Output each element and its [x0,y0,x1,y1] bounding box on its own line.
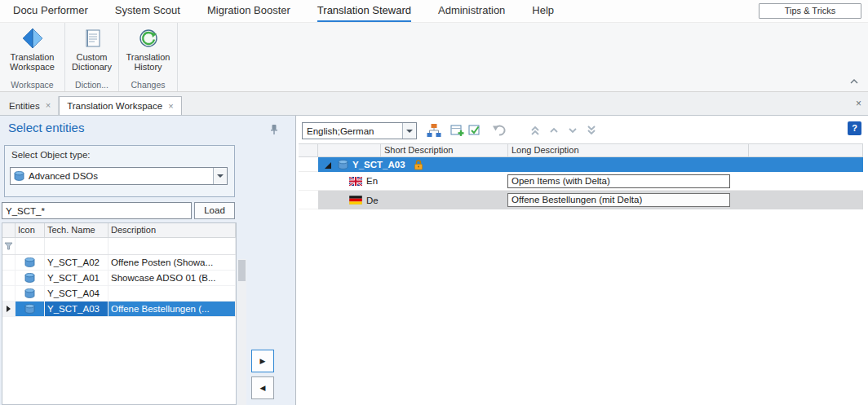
lock-icon [414,159,423,170]
chevron-down-icon [406,130,413,133]
row-gutter-cell [299,157,318,172]
tech-name-cell: Y_SCT_A02 [45,255,108,270]
scrollbar-thumb[interactable] [238,260,246,281]
apply-check-icon[interactable] [467,122,483,139]
filter-cell-icon[interactable] [16,238,45,254]
expand-collapse-icon[interactable] [324,161,332,169]
custom-dictionary-icon [67,25,117,51]
select-entities-panel: Select entities Select Object type: Adva… [0,116,296,405]
filter-icon [2,238,16,254]
tech-name-cell: Y_SCT_A01 [45,271,108,285]
object-type-groupbox: Select Object type: Advanced DSOs [4,145,235,197]
dropdown-caret[interactable] [213,168,227,184]
table-row[interactable]: Y_SCT_A01 Showcase ADSO 01 (B... [2,271,236,286]
translation-workspace-button[interactable]: Translation Workspace [2,25,63,77]
header-description[interactable]: Description [108,223,236,237]
chevron-up-icon [850,79,858,84]
language-code: En [366,176,378,186]
tree-root-selected-bar[interactable]: Y_SCT_A03 [318,157,863,172]
adso-icon [338,160,348,169]
ribbon-button-label: Custom Dictionary [67,52,117,72]
menu-item-help[interactable]: Help [532,0,554,22]
language-selector-value: English;German [307,126,402,136]
help-button[interactable]: ? [848,121,861,135]
header-tech-name[interactable]: Tech. Name [45,223,108,237]
translation-history-icon [121,25,175,51]
translation-text-editor[interactable]: Offene Bestellungen (mit Delta) [507,193,730,207]
move-left-button[interactable]: ◀ [251,376,274,399]
menu-bar: Docu Performer System Scout Migration Bo… [0,0,868,23]
header-blank-cell [318,144,381,156]
tab-translation-workspace[interactable]: Translation Workspace × [59,96,181,115]
translation-history-button[interactable]: Translation History [121,25,175,77]
row-gutter-cell [299,191,318,209]
hierarchy-icon[interactable] [426,122,442,139]
tab-close-icon[interactable]: × [168,102,173,111]
de-flag-icon [349,196,362,205]
row-indicator-cell [2,286,16,301]
language-row-de[interactable]: De Offene Bestellungen (mit Delta) [299,191,863,209]
entities-grid: Icon Tech. Name Description Y_SCT_A02 Of… [2,222,237,405]
ribbon-group-workspace: Translation Workspace Workspace [0,23,65,91]
tree-root-name: Y_SCT_A03 [352,160,405,169]
double-chevron-down-icon[interactable] [583,122,600,139]
pin-icon[interactable] [269,124,279,139]
menu-item-system-scout[interactable]: System Scout [115,0,180,22]
ribbon-collapse-button[interactable] [848,77,860,86]
undo-icon[interactable] [491,122,507,139]
language-row-en[interactable]: En Open Items (with Delta) [299,172,863,191]
tree-root-row[interactable]: Y_SCT_A03 [299,157,863,172]
tab-close-icon[interactable]: × [46,101,51,110]
load-button[interactable]: Load [194,202,235,219]
object-type-dropdown[interactable]: Advanced DSOs [10,167,228,185]
ribbon-group-label-workspace: Workspace [0,80,64,90]
add-translation-icon[interactable] [449,122,465,139]
tabbar-close-icon[interactable]: × [856,98,861,109]
tab-label: Translation Workspace [67,97,162,115]
object-type-label: Select Object type: [11,150,91,160]
ribbon-group-dictionary: Custom Dictionary Diction... [65,23,119,91]
uk-flag-icon [349,177,362,186]
dropdown-caret[interactable] [402,123,416,139]
menu-item-docu-performer[interactable]: Docu Performer [13,0,88,22]
custom-dictionary-button[interactable]: Custom Dictionary [67,25,117,77]
menu-item-migration-booster[interactable]: Migration Booster [207,0,290,22]
ribbon-group-label-changes: Changes [119,80,177,90]
entities-grid-scrollbar[interactable] [237,259,246,405]
row-indicator-cell [2,255,16,270]
entities-grid-header: Icon Tech. Name Description [2,223,236,238]
header-icon[interactable]: Icon [16,223,45,237]
ribbon-button-label: Translation History [121,52,175,72]
entities-grid-filter-row [2,238,236,255]
ribbon-group-label-dictionary: Diction... [65,80,118,90]
description-cell: Showcase ADSO 01 (B... [108,271,236,285]
translation-text-editor[interactable]: Open Items (with Delta) [507,174,730,188]
menu-item-translation-steward[interactable]: Translation Steward [317,0,411,22]
table-row-selected[interactable]: Y_SCT_A03 Offene Bestellungen (... [2,302,236,317]
row-indicator-cell [2,271,16,285]
header-short-description[interactable]: Short Description [381,144,508,156]
tech-name-cell: Y_SCT_A04 [45,286,108,301]
panel-title: Select entities [8,121,84,134]
chevron-up-icon[interactable] [546,122,562,139]
tips-and-tricks-button[interactable]: Tips & Tricks [759,3,861,19]
table-row[interactable]: Y_SCT_A04 [2,286,236,302]
header-indicator-cell [2,223,16,237]
table-row[interactable]: Y_SCT_A02 Offene Posten (Showa... [2,255,236,271]
app-window: Docu Performer System Scout Migration Bo… [0,0,868,405]
menu-item-administration[interactable]: Administration [438,0,505,22]
filter-cell-description[interactable] [108,238,236,254]
ribbon-button-label: Translation Workspace [2,52,63,72]
tab-entities[interactable]: Entities × [2,96,59,115]
chevron-down-icon[interactable] [565,122,581,139]
filter-cell-tech-name[interactable] [45,238,108,254]
description-cell [108,286,236,301]
row-indicator-cell [2,302,16,316]
entity-filter-input[interactable] [2,202,192,219]
adso-icon [16,255,45,270]
move-right-button[interactable]: ▶ [251,350,274,372]
header-long-description[interactable]: Long Description [508,144,749,156]
double-chevron-up-icon[interactable] [527,122,543,139]
language-selector-dropdown[interactable]: English;German [302,122,417,139]
object-type-value: Advanced DSOs [29,171,213,181]
